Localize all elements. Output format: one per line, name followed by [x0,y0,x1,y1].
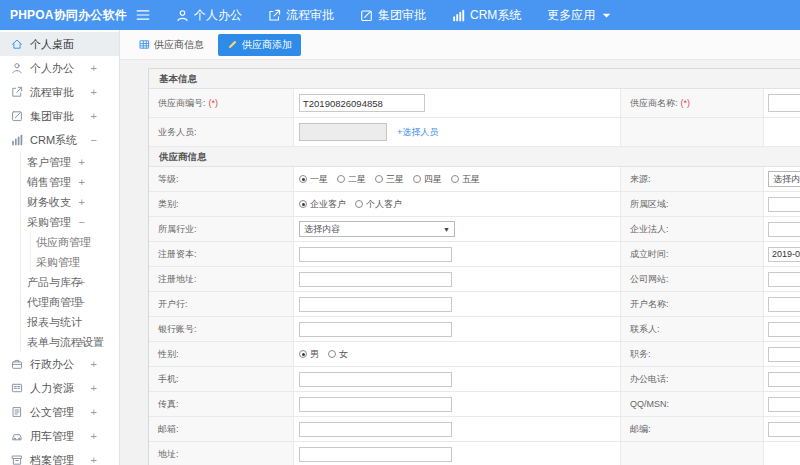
address-input[interactable] [299,447,452,462]
expand-toggle-icon[interactable]: + [91,382,97,394]
nav-more-apps[interactable]: 更多应用 [547,7,613,24]
category-option-1[interactable]: 个人客户 [355,198,402,211]
blank-2-field-cell [764,442,800,465]
sidebar-item-label: 人力资源 [30,381,74,396]
sidebar-item-label: 表单与流程设置 [27,335,104,350]
expand-toggle-icon[interactable]: + [91,86,97,98]
expand-toggle-icon[interactable]: − [79,216,85,228]
sidebar-item-purchase-mgmt[interactable]: 采购管理− [0,212,119,232]
radio-label: 四星 [424,173,442,186]
caret-down-icon [600,9,613,22]
expand-toggle-icon[interactable]: + [79,296,85,308]
office-phone-input[interactable] [768,372,800,387]
zipcode-input[interactable] [768,422,800,437]
nav-workflow-approval[interactable]: 流程审批 [268,7,334,24]
gender-label-cell: 性别: [149,342,294,366]
sidebar-item-crm-system[interactable]: CRM系统− [0,128,119,152]
expand-toggle-icon[interactable]: + [79,196,85,208]
expand-toggle-icon[interactable]: + [91,406,97,418]
company-website-input[interactable] [768,272,800,287]
gender-option-1[interactable]: 女 [328,348,348,361]
field-label: 公司网站: [630,273,669,286]
sidebar-item-personal-desktop[interactable]: 个人桌面 [0,32,119,56]
expand-toggle-icon[interactable]: + [91,358,97,370]
expand-toggle-icon[interactable]: + [91,62,97,74]
topbar: PHPOA协同办公软件 个人办公流程审批集团审批CRM系统更多应用 [0,0,800,30]
grade-option-2[interactable]: 三星 [375,173,404,186]
sidebar-item-label: 供应商管理 [36,235,91,250]
sidebar-item-label: 行政办公 [30,357,74,372]
qq-msn-input[interactable] [768,397,800,412]
industry-select[interactable]: 选择内容▼ [299,221,455,237]
expand-toggle-icon[interactable]: + [91,110,97,122]
founded-time-input[interactable] [768,247,800,262]
expand-toggle-icon[interactable]: + [79,276,85,288]
registered-capital-input[interactable] [299,247,452,262]
supplier-name-input[interactable] [768,94,800,112]
expand-toggle-icon[interactable]: + [79,156,85,168]
business-staff-input[interactable] [299,123,387,141]
sidebar-item-report-stats[interactable]: 报表与统计 [0,312,119,332]
bank-account-input[interactable] [299,322,452,337]
sidebar-item-hr[interactable]: 人力资源+ [0,376,119,400]
grade-option-3[interactable]: 四星 [413,173,442,186]
sidebar-item-procurement-mgmt[interactable]: 采购管理 [0,252,119,272]
user-icon [176,9,189,22]
supplier-code-input[interactable] [299,94,425,112]
expand-toggle-icon[interactable]: + [91,454,97,465]
fax-input[interactable] [299,397,452,412]
sidebar-item-group-approval[interactable]: 集团审批+ [0,104,119,128]
region-input[interactable] [768,197,800,212]
expand-toggle-icon[interactable]: − [91,134,97,146]
sidebar-item-doc-mgmt[interactable]: 公文管理+ [0,400,119,424]
radio-label: 个人客户 [366,198,402,211]
sidebar-item-sales-mgmt[interactable]: 销售管理+ [0,172,119,192]
grade-option-0[interactable]: 一星 [299,173,328,186]
expand-toggle-icon[interactable]: + [79,336,85,348]
category-field-cell: 企业客户个人客户 [294,192,621,216]
email-input[interactable] [299,422,452,437]
sidebar-item-supplier-mgmt[interactable]: 供应商管理 [0,232,119,252]
tab-supplier-add[interactable]: 供应商添加 [218,34,301,56]
mobile-field-cell [294,367,621,391]
source-select[interactable]: 选择内容▼ [768,171,800,187]
legal-person-input[interactable] [768,222,800,237]
caret-down-icon: ▼ [443,226,450,233]
sidebar-item-workflow-approval[interactable]: 流程审批+ [0,80,119,104]
menu-icon[interactable] [136,8,150,22]
nav-crm-system[interactable]: CRM系统 [452,7,521,24]
sidebar-item-customer-mgmt[interactable]: 客户管理+ [0,152,119,172]
sidebar-item-archive-mgmt[interactable]: 档案管理+ [0,448,119,465]
category-option-0[interactable]: 企业客户 [299,198,346,211]
mobile-input[interactable] [299,372,452,387]
grade-option-1[interactable]: 二星 [337,173,366,186]
tab-supplier-info[interactable]: 供应商信息 [134,35,209,55]
nav-personal-office[interactable]: 个人办公 [176,7,242,24]
account-name-input[interactable] [768,297,800,312]
sidebar-item-vehicle-mgmt[interactable]: 用车管理+ [0,424,119,448]
sidebar-item-admin-office[interactable]: 行政办公+ [0,352,119,376]
chart-icon [452,9,465,22]
position-input[interactable] [768,347,800,362]
form-row-industry: 所属行业:选择内容▼企业法人: [149,217,800,242]
select-person-link[interactable]: +选择人员 [397,126,438,139]
sidebar-item-agent-mgmt[interactable]: 代理商管理+ [0,292,119,312]
bank-branch-input[interactable] [299,297,452,312]
form-row-bank-branch: 开户行:开户名称: [149,292,800,317]
sidebar-item-product-inventory[interactable]: 产品与库存+ [0,272,119,292]
gender-option-0[interactable]: 男 [299,348,319,361]
shell: 个人桌面个人办公+流程审批+集团审批+CRM系统−客户管理+销售管理+财务收支+… [0,30,800,465]
sidebar-item-finance-inout[interactable]: 财务收支+ [0,192,119,212]
nav-group-approval[interactable]: 集团审批 [360,7,426,24]
expand-toggle-icon[interactable]: + [79,176,85,188]
registered-address-input[interactable] [299,272,452,287]
position-label-cell: 职务: [621,342,764,366]
field-label: 所属行业: [158,223,197,236]
contact-person-input[interactable] [768,322,800,337]
sidebar-item-label: 销售管理 [27,175,71,190]
expand-toggle-icon[interactable]: + [91,430,97,442]
sidebar-item-personal-office[interactable]: 个人办公+ [0,56,119,80]
nav-label: 集团审批 [378,7,426,24]
grade-option-4[interactable]: 五星 [451,173,480,186]
sidebar-item-form-flow-settings[interactable]: 表单与流程设置+ [0,332,119,352]
